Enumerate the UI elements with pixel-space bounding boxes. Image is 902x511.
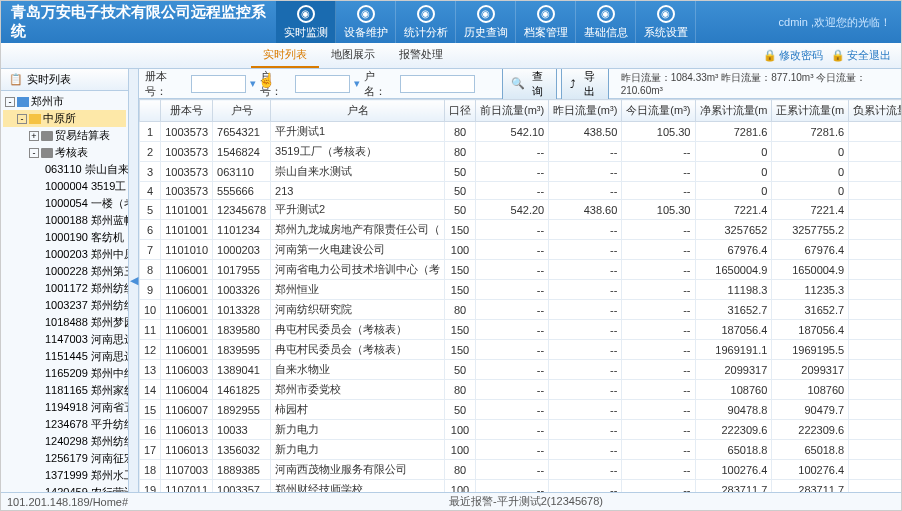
nav-0[interactable]: ◉实时监测: [276, 1, 336, 43]
toolbar: 册本号： ▾ 户号： ▾ 户名： 🔍查询 ⤴导出 昨日流量：1084.33m³ …: [139, 69, 901, 99]
tree-node[interactable]: 1000190 客纺机: [3, 229, 126, 246]
expand-icon[interactable]: -: [5, 97, 15, 107]
table-row[interactable]: 4100357355566621350------0000: [140, 182, 902, 200]
status-alarm: 最近报警-平升测试2(12345678): [157, 494, 895, 509]
export-button[interactable]: ⤴导出: [561, 69, 609, 102]
nav-6[interactable]: ◉系统设置: [636, 1, 696, 43]
nav-3[interactable]: ◉历史查询: [456, 1, 516, 43]
col-header[interactable]: 口径: [445, 100, 476, 122]
col-header[interactable]: 户号: [213, 100, 271, 122]
nav-icon: ◉: [537, 5, 555, 23]
nav-5[interactable]: ◉基础信息: [576, 1, 636, 43]
tree-node[interactable]: 1003237 郑州纺织: [3, 297, 126, 314]
nav-2[interactable]: ◉统计分析: [396, 1, 456, 43]
sub-nav: 实时列表地图展示报警处理 ☝ 🔒修改密码🔒安全退出: [1, 43, 901, 69]
table-row[interactable]: 2100357315468243519工厂（考核表）80------000: [140, 142, 902, 162]
nav-1[interactable]: ◉设备维护: [336, 1, 396, 43]
tree-node[interactable]: 1151445 河南思达: [3, 348, 126, 365]
tree-node[interactable]: -中原所: [3, 110, 126, 127]
tree-node[interactable]: 1000203 郑州中原: [3, 246, 126, 263]
status-url: 101.201.148.189/Home#: [7, 496, 157, 508]
subnav-1[interactable]: 地图展示: [319, 43, 387, 68]
tree-node[interactable]: 1256179 河南征宏: [3, 450, 126, 467]
tree-node[interactable]: 1165209 郑州中纪: [3, 365, 126, 382]
name-input[interactable]: [400, 75, 475, 93]
city-icon: [17, 97, 29, 107]
tree-node[interactable]: 1234678 平升纺织: [3, 416, 126, 433]
table-row[interactable]: 1811070031889385河南西茂物业服务有限公司80------1002…: [140, 460, 902, 480]
table-row[interactable]: 1711060131356032新力电力100------65018.86501…: [140, 440, 902, 460]
table-row[interactable]: 1411060041461825郑州市委党校80------1087601087…: [140, 380, 902, 400]
table-row[interactable]: 711010101000203河南第一火电建设公司100------67976.…: [140, 240, 902, 260]
tree-node[interactable]: +贸易结算表: [3, 127, 126, 144]
tree-node[interactable]: 1420459 农行营设: [3, 484, 126, 492]
device-tree: -郑州市-中原所+贸易结算表-考核表063110 崇山自来水1000004 35…: [1, 91, 128, 492]
tree-node[interactable]: 1371999 郑州水工: [3, 467, 126, 484]
tree-node[interactable]: 1181165 郑州家纺: [3, 382, 126, 399]
expand-icon[interactable]: -: [29, 148, 39, 158]
table-row[interactable]: 110035737654321平升测试180542.10438.50105.30…: [140, 122, 902, 142]
col-header[interactable]: 净累计流量(m: [695, 100, 772, 122]
tree-node[interactable]: 063110 崇山自来水: [3, 161, 126, 178]
table-row[interactable]: 5110100112345678平升测试250542.20438.60105.3…: [140, 200, 902, 220]
col-header[interactable]: 负累计流量(m: [849, 100, 901, 122]
tree-node[interactable]: 1000054 一楼（考: [3, 195, 126, 212]
expand-icon[interactable]: -: [17, 114, 27, 124]
subnav-2[interactable]: 报警处理: [387, 43, 455, 68]
table-row[interactable]: 1211060011839595冉屯村民委员会（考核表）150------196…: [140, 340, 902, 360]
tree-node[interactable]: -考核表: [3, 144, 126, 161]
tree-node[interactable]: 1194918 河南省五: [3, 399, 126, 416]
nav-icon: ◉: [417, 5, 435, 23]
nav-icon: ◉: [657, 5, 675, 23]
table-row[interactable]: 16110601310033新力电力100------222309.622230…: [140, 420, 902, 440]
search-icon: 🔍: [511, 77, 525, 90]
table-row[interactable]: 811060011017955河南省电力公司技术培训中心（考150------1…: [140, 260, 902, 280]
col-header[interactable]: 册本号: [161, 100, 213, 122]
col-header[interactable]: 前日流量(m³): [476, 100, 549, 122]
book-input[interactable]: [191, 75, 246, 93]
status-bar: 101.201.148.189/Home# 最近报警-平升测试2(1234567…: [1, 492, 901, 510]
search-button[interactable]: 🔍查询: [502, 69, 557, 102]
table-row[interactable]: 1011060011013328河南纺织研究院80------31652.731…: [140, 300, 902, 320]
table-row[interactable]: 611010011101234郑州九龙城房地产有限责任公司（150------3…: [140, 220, 902, 240]
tree-node[interactable]: 1018488 郑州梦园: [3, 314, 126, 331]
tree-node[interactable]: 1000228 郑州第三: [3, 263, 126, 280]
doc-icon: [41, 131, 53, 141]
subnav-0[interactable]: 实时列表: [251, 43, 319, 68]
table-row[interactable]: 1511060071892955柿园村50------90478.890479.…: [140, 400, 902, 420]
account-input[interactable]: [295, 75, 350, 93]
main-nav: ◉实时监测◉设备维护◉统计分析◉历史查询◉档案管理◉基础信息◉系统设置: [276, 1, 696, 43]
table-row[interactable]: 1311060031389041自来水物业50------20993172099…: [140, 360, 902, 380]
table-row[interactable]: 1111060011839580冉屯村民委员会（考核表）150------187…: [140, 320, 902, 340]
logout[interactable]: 🔒安全退出: [831, 48, 891, 63]
nav-icon: ◉: [357, 5, 375, 23]
expand-icon[interactable]: +: [29, 131, 39, 141]
tree-node[interactable]: 1000004 3519工: [3, 178, 126, 195]
table-row[interactable]: 1911070111003357郑州财经技师学校100------283711.…: [140, 480, 902, 493]
tree-node[interactable]: 1001172 郑州纺织: [3, 280, 126, 297]
tree-node[interactable]: 1240298 郑州纺织: [3, 433, 126, 450]
tree-node[interactable]: 1000188 郑州蓝帕: [3, 212, 126, 229]
col-header[interactable]: 正累计流量(m: [772, 100, 849, 122]
tree-node[interactable]: -郑州市: [3, 93, 126, 110]
nav-4[interactable]: ◉档案管理: [516, 1, 576, 43]
col-header[interactable]: 户名: [271, 100, 445, 122]
col-header[interactable]: 今日流量(m³): [622, 100, 695, 122]
nav-icon: ◉: [597, 5, 615, 23]
folder-icon: [29, 114, 41, 124]
export-icon: ⤴: [570, 78, 576, 90]
tree-node[interactable]: 1147003 河南思达: [3, 331, 126, 348]
table-row[interactable]: 911060011003326郑州恒业150------11198.311235…: [140, 280, 902, 300]
col-header[interactable]: 昨日流量(m³): [549, 100, 622, 122]
user-welcome: cdmin ,欢迎您的光临！: [779, 15, 901, 30]
data-grid: 册本号户号户名口径前日流量(m³)昨日流量(m³)今日流量(m³)净累计流量(m…: [139, 99, 901, 492]
collapse-sidebar[interactable]: ◀: [129, 69, 139, 492]
col-header[interactable]: [140, 100, 161, 122]
lock-icon: 🔒: [831, 49, 845, 62]
app-header: 青岛万安电子技术有限公司远程监控系统 ◉实时监测◉设备维护◉统计分析◉历史查询◉…: [1, 1, 901, 43]
change-password[interactable]: 🔒修改密码: [763, 48, 823, 63]
sidebar-tab[interactable]: 📋 实时列表: [1, 69, 128, 91]
lock-icon: 🔒: [763, 49, 777, 62]
table-row[interactable]: 31003573063110崇山自来水测试50------00002015-12…: [140, 162, 902, 182]
nav-icon: ◉: [297, 5, 315, 23]
